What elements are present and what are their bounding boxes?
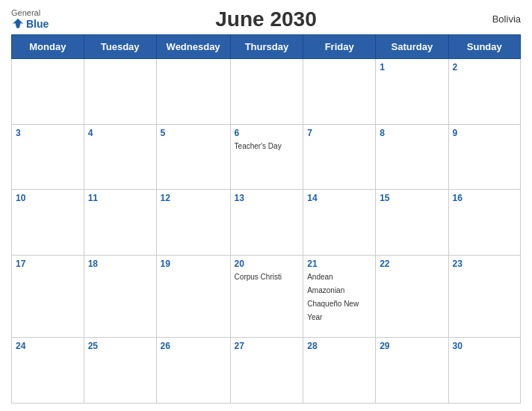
header-friday: Friday [303, 35, 376, 59]
header-saturday: Saturday [376, 35, 448, 59]
day-number: 25 [88, 341, 152, 351]
day-number: 7 [307, 128, 371, 138]
calendar-cell: 27 [230, 338, 303, 404]
calendar-cell: 10 [12, 190, 84, 256]
calendar-cell: 2 [448, 59, 521, 125]
day-number: 18 [88, 259, 152, 269]
day-number: 16 [453, 193, 517, 203]
calendar-cell [12, 59, 84, 125]
day-number: 10 [16, 193, 80, 203]
calendar-cell: 5 [156, 124, 230, 190]
calendar-cell: 25 [84, 338, 156, 404]
calendar-cell: 26 [156, 338, 230, 404]
calendar-cell [156, 59, 230, 125]
country-label: Bolivia [492, 13, 521, 25]
event-label: Corpus Christi [235, 273, 282, 281]
day-number: 30 [453, 341, 517, 351]
header-sunday: Sunday [448, 35, 521, 59]
header-wednesday: Wednesday [156, 35, 230, 59]
calendar-cell: 17 [12, 255, 84, 338]
logo: General Blue [11, 8, 49, 31]
day-number: 15 [380, 193, 444, 203]
table-row: 24252627282930 [12, 338, 521, 404]
day-number: 14 [307, 193, 371, 203]
day-number: 9 [453, 128, 517, 138]
day-number: 27 [235, 341, 300, 351]
day-number: 23 [453, 259, 517, 269]
day-number: 3 [16, 128, 80, 138]
calendar-cell: 23 [448, 255, 521, 338]
calendar-table: Monday Tuesday Wednesday Thursday Friday… [11, 34, 521, 404]
calendar-cell: 20Corpus Christi [230, 255, 303, 338]
day-number: 11 [88, 193, 152, 203]
day-number: 12 [161, 193, 226, 203]
calendar-cell [303, 59, 376, 125]
calendar-cell: 24 [12, 338, 84, 404]
day-number: 2 [453, 62, 517, 72]
calendar-cell: 21Andean Amazonian Chaqueño New Year [303, 255, 376, 338]
calendar-cell: 30 [448, 338, 521, 404]
table-row: 3456Teacher's Day789 [12, 124, 521, 190]
calendar-cell: 16 [448, 190, 521, 256]
calendar-cell: 3 [12, 124, 84, 190]
calendar-cell: 15 [376, 190, 448, 256]
day-number: 4 [88, 128, 152, 138]
day-number: 1 [380, 62, 444, 72]
logo-bird-icon [11, 17, 25, 31]
calendar-cell: 18 [84, 255, 156, 338]
table-row: 12 [12, 59, 521, 125]
event-label: Andean Amazonian Chaqueño New Year [307, 273, 359, 321]
table-row: 17181920Corpus Christi21Andean Amazonian… [12, 255, 521, 338]
weekday-header-row: Monday Tuesday Wednesday Thursday Friday… [12, 35, 521, 59]
header-tuesday: Tuesday [84, 35, 156, 59]
day-number: 5 [161, 128, 226, 138]
calendar-title: June 2030 [215, 7, 316, 31]
logo-blue: Blue [26, 18, 49, 30]
day-number: 6 [235, 128, 300, 138]
day-number: 26 [161, 341, 226, 351]
day-number: 19 [161, 259, 226, 269]
day-number: 20 [235, 259, 300, 269]
calendar-cell: 28 [303, 338, 376, 404]
day-number: 17 [16, 259, 80, 269]
calendar-cell [84, 59, 156, 125]
calendar-cell: 14 [303, 190, 376, 256]
day-number: 22 [380, 259, 444, 269]
calendar-cell: 8 [376, 124, 448, 190]
calendar-cell: 1 [376, 59, 448, 125]
day-number: 24 [16, 341, 80, 351]
calendar-cell: 11 [84, 190, 156, 256]
day-number: 28 [307, 341, 371, 351]
calendar-cell: 13 [230, 190, 303, 256]
day-number: 29 [380, 341, 444, 351]
calendar-cell: 9 [448, 124, 521, 190]
calendar-cell: 7 [303, 124, 376, 190]
header-monday: Monday [12, 35, 84, 59]
calendar-header: General Blue June 2030 Bolivia [11, 7, 521, 31]
header-thursday: Thursday [230, 35, 303, 59]
calendar-cell: 22 [376, 255, 448, 338]
day-number: 13 [235, 193, 300, 203]
calendar-cell: 6Teacher's Day [230, 124, 303, 190]
table-row: 10111213141516 [12, 190, 521, 256]
logo-general: General [11, 8, 40, 17]
calendar-cell: 29 [376, 338, 448, 404]
calendar-cell: 12 [156, 190, 230, 256]
event-label: Teacher's Day [235, 142, 282, 150]
day-number: 21 [307, 259, 371, 269]
calendar-cell: 19 [156, 255, 230, 338]
svg-marker-0 [13, 19, 23, 28]
day-number: 8 [380, 128, 444, 138]
calendar-cell [230, 59, 303, 125]
calendar-cell: 4 [84, 124, 156, 190]
